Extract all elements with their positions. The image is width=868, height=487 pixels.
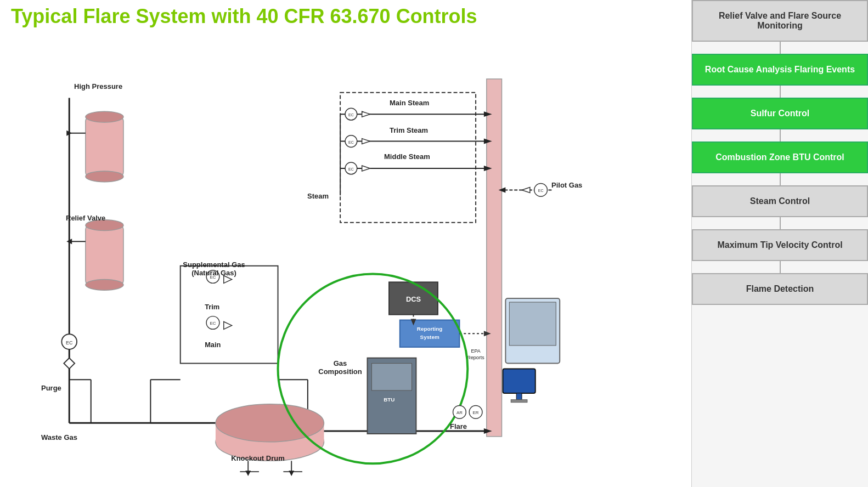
svg-text:EC: EC xyxy=(210,321,216,326)
svg-text:EPA: EPA xyxy=(471,348,481,353)
middle-steam-label: Middle Steam xyxy=(384,152,430,161)
steam-label: Steam xyxy=(307,192,329,200)
svg-rect-91 xyxy=(516,393,522,399)
diagram: EC EC Trim EC Main xyxy=(11,33,680,477)
sidebar-connector-4 xyxy=(780,173,781,185)
svg-rect-92 xyxy=(511,399,527,402)
sidebar-item-velocity[interactable]: Maximum Tip Velocity Control xyxy=(692,229,868,261)
supplemental-gas-label: Supplemental Gas(Natural Gas) xyxy=(173,261,255,277)
svg-text:AR: AR xyxy=(456,410,463,415)
svg-text:BTU: BTU xyxy=(384,396,394,402)
sidebar-item-root-cause[interactable]: Root Cause Analysis Flaring Events xyxy=(692,54,868,86)
page-title: Typical Flare System with 40 CFR 63.670 … xyxy=(11,5,680,27)
svg-rect-89 xyxy=(509,302,556,346)
svg-text:Trim: Trim xyxy=(205,302,219,310)
svg-rect-48 xyxy=(371,363,412,390)
sidebar-connector-3 xyxy=(780,129,781,141)
trim-steam-label: Trim Steam xyxy=(390,126,428,134)
svg-text:EC: EC xyxy=(348,113,354,117)
svg-point-11 xyxy=(86,279,123,290)
main-steam-label: Main Steam xyxy=(390,99,429,107)
sidebar-connector-5 xyxy=(780,217,781,229)
sidebar-item-sulfur[interactable]: Sulfur Control xyxy=(692,98,868,129)
svg-text:Main: Main xyxy=(205,341,221,349)
svg-text:Reporting: Reporting xyxy=(417,326,443,332)
svg-rect-35 xyxy=(487,79,502,437)
sidebar-item-combustion[interactable]: Combustion Zone BTU Control xyxy=(692,141,868,173)
svg-text:Reports: Reports xyxy=(467,354,485,360)
pilot-gas-label: Pilot Gas xyxy=(551,181,582,189)
flare-label: Flare xyxy=(450,422,467,431)
waste-gas-label: Waste Gas xyxy=(41,433,77,441)
main-area: Typical Flare System with 40 CFR 63.670 … xyxy=(0,0,691,487)
svg-text:EC: EC xyxy=(538,189,544,192)
svg-point-6 xyxy=(86,171,123,182)
svg-rect-4 xyxy=(86,117,123,177)
svg-text:ER: ER xyxy=(473,410,479,415)
sidebar: Relief Valve and Flare Source Monitoring… xyxy=(691,0,868,487)
svg-text:DCS: DCS xyxy=(406,295,421,303)
svg-text:EC: EC xyxy=(348,140,354,144)
sidebar-connector-6 xyxy=(780,261,781,273)
knockout-drum-label: Knockout Drum xyxy=(230,454,285,462)
svg-rect-9 xyxy=(86,225,123,285)
sidebar-item-relief-valve[interactable]: Relief Valve and Flare Source Monitoring xyxy=(692,0,868,42)
sidebar-item-steam[interactable]: Steam Control xyxy=(692,185,868,217)
purge-label: Purge xyxy=(41,384,61,392)
svg-text:EC: EC xyxy=(348,167,354,171)
gas-composition-label: GasComposition xyxy=(315,359,365,376)
svg-text:EC: EC xyxy=(66,340,73,346)
sidebar-connector-1 xyxy=(780,42,781,54)
sidebar-item-flame[interactable]: Flame Detection xyxy=(692,273,868,305)
sidebar-connector-2 xyxy=(780,86,781,98)
svg-text:System: System xyxy=(420,334,439,340)
svg-point-5 xyxy=(86,111,123,122)
svg-rect-90 xyxy=(503,369,535,393)
relief-valve-label: Relief Valve xyxy=(66,214,105,222)
high-pressure-label: High Pressure xyxy=(74,82,122,90)
svg-point-38 xyxy=(216,404,324,441)
